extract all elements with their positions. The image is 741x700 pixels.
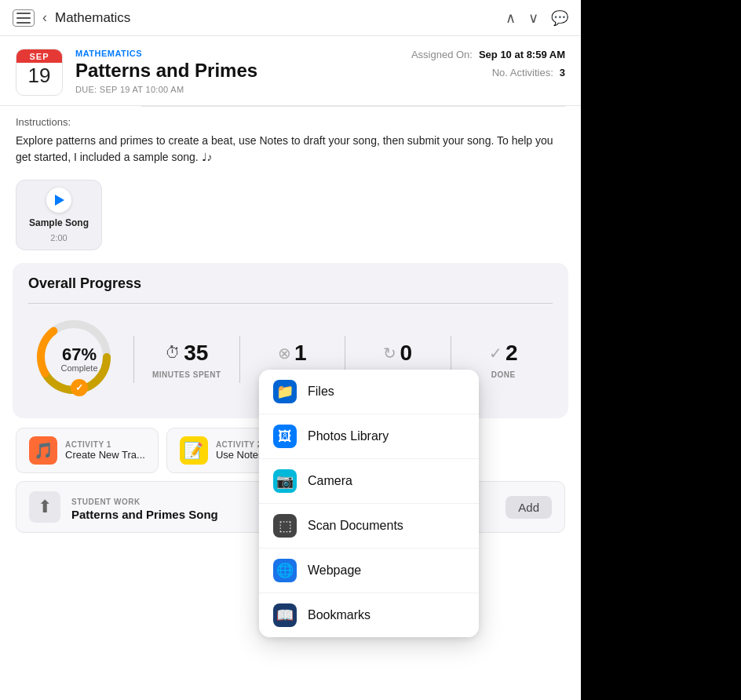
top-nav: ‹ Mathematics ∧ ∨ 💬	[0, 0, 581, 36]
dropdown-menu: 📁 Files 🖼 Photos Library 📷 Camera ⬚ Scan…	[259, 370, 479, 637]
student-work-icon: ⬆	[29, 491, 60, 523]
student-work-label: STUDENT WORK	[71, 498, 141, 506]
bookmarks-icon: 📖	[273, 603, 297, 627]
stat-try-again-top: ↻ 0	[383, 341, 412, 366]
activity-2-thumb: 📝	[180, 436, 208, 465]
play-triangle	[55, 195, 64, 206]
activity-1-number: ACTIVITY 1	[65, 440, 145, 449]
assigned-on-row: Assigned On: Sep 10 at 8:59 AM	[411, 49, 565, 60]
back-chevron-icon[interactable]: ‹	[42, 9, 47, 26]
photos-label: Photos Library	[308, 429, 389, 443]
stat-done-label: DONE	[491, 370, 516, 379]
stat-not-done-top: ⊗ 1	[278, 341, 307, 366]
add-button[interactable]: Add	[506, 496, 552, 519]
stat-divider-1	[133, 336, 134, 383]
calendar-day: 19	[16, 63, 62, 89]
attachment-area: Sample Song 2:00	[0, 172, 581, 263]
calendar-icon: SEP 19	[16, 49, 63, 96]
instructions-section: Instructions: Explore patterns and prime…	[0, 107, 581, 172]
attachment-duration: 2:00	[50, 233, 67, 242]
assignment-meta: Assigned On: Sep 10 at 8:59 AM No. Activ…	[392, 49, 565, 96]
dropdown-camera[interactable]: 📷 Camera	[259, 459, 479, 504]
dropdown-bookmarks[interactable]: 📖 Bookmarks	[259, 593, 479, 637]
bookmarks-label: Bookmarks	[308, 608, 370, 622]
assignment-title: Patterns and Primes	[75, 60, 380, 82]
no-activities-value: 3	[560, 67, 565, 78]
camera-icon: 📷	[273, 469, 297, 493]
assignment-due: DUE: SEP 19 AT 10:00 AM	[75, 85, 380, 94]
webpage-label: Webpage	[308, 563, 361, 578]
dropdown-scan[interactable]: ⬚ Scan Documents	[259, 504, 479, 549]
nav-down-button[interactable]: ∨	[528, 9, 538, 27]
progress-title: Overall Progress	[28, 275, 553, 292]
globe-icon: 🌐	[273, 559, 297, 582]
donut-complete-label: Complete	[60, 363, 97, 373]
stat-minutes-value: 35	[184, 341, 208, 366]
assigned-on-label: Assigned On:	[411, 49, 473, 60]
scan-icon: ⬚	[273, 514, 297, 538]
donut-chart: 67% Complete ✓	[28, 316, 130, 403]
progress-divider	[28, 303, 553, 304]
nav-icons: ∧ ∨ 💬	[506, 9, 568, 27]
nav-title: Mathematics	[55, 10, 498, 26]
no-activities-row: No. Activities: 3	[492, 67, 565, 78]
nav-message-button[interactable]: 💬	[551, 9, 568, 27]
instructions-text: Explore patterns and primes to create a …	[16, 133, 565, 166]
dropdown-webpage[interactable]: 🌐 Webpage	[259, 549, 479, 593]
dropdown-photos[interactable]: 🖼 Photos Library	[259, 414, 479, 459]
stat-try-again-value: 0	[400, 341, 412, 366]
donut-percent: 67%	[62, 346, 97, 363]
nav-up-button[interactable]: ∧	[506, 9, 516, 27]
no-activities-label: No. Activities:	[492, 67, 553, 78]
scan-label: Scan Documents	[308, 519, 403, 533]
stat-minutes-top: ⏱ 35	[165, 341, 208, 366]
try-again-icon: ↻	[383, 344, 396, 363]
activity-1-card[interactable]: 🎵 ACTIVITY 1 Create New Tra...	[16, 428, 159, 473]
stat-not-done-value: 1	[294, 341, 307, 366]
activity-1-info: ACTIVITY 1 Create New Tra...	[65, 440, 145, 461]
donut-center: 67% Complete	[60, 346, 97, 373]
dropdown-files[interactable]: 📁 Files	[259, 370, 479, 414]
calendar-month: SEP	[16, 49, 62, 63]
files-icon: 📁	[273, 380, 297, 403]
stat-minutes: ⏱ 35 MINUTES SPENT	[137, 341, 236, 379]
donut-check-icon: ✓	[71, 379, 88, 396]
black-panel	[581, 0, 741, 700]
clock-icon: ⏱	[165, 344, 181, 362]
activity-1-name: Create New Tra...	[65, 449, 145, 461]
activity-1-thumb: 🎵	[29, 436, 57, 465]
play-icon	[46, 188, 71, 213]
camera-label: Camera	[308, 474, 352, 488]
photos-icon: 🖼	[273, 425, 297, 448]
assigned-on-value: Sep 10 at 8:59 AM	[479, 49, 565, 60]
done-icon: ✓	[489, 344, 502, 363]
stat-divider-2	[239, 336, 240, 383]
not-done-icon: ⊗	[278, 344, 291, 363]
stat-minutes-label: MINUTES SPENT	[152, 370, 221, 379]
assignment-header: SEP 19 MATHEMATICS Patterns and Primes D…	[0, 36, 581, 106]
instructions-label: Instructions:	[16, 116, 565, 128]
assignment-info: MATHEMATICS Patterns and Primes DUE: SEP…	[75, 49, 380, 96]
stat-done-value: 2	[506, 341, 518, 366]
sidebar-toggle-button[interactable]	[13, 9, 35, 27]
assignment-subject: MATHEMATICS	[75, 49, 380, 58]
attachment-name: Sample Song	[29, 217, 89, 228]
stat-done-top: ✓ 2	[489, 341, 518, 366]
sample-song-attachment[interactable]: Sample Song 2:00	[16, 180, 102, 250]
files-label: Files	[308, 385, 334, 399]
